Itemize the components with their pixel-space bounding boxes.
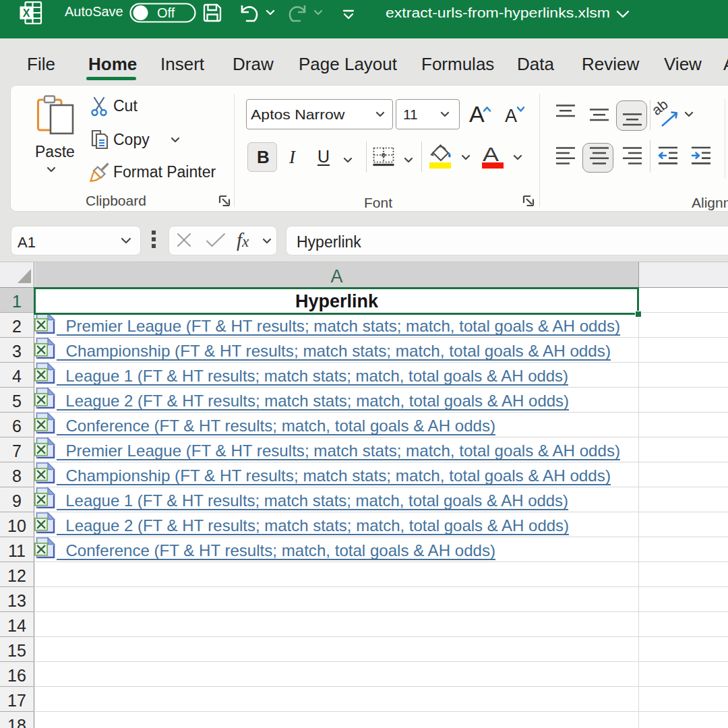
svg-text:X: X <box>23 7 30 19</box>
svg-text:ab: ab <box>651 98 671 118</box>
svg-text:Off: Off <box>157 5 175 20</box>
